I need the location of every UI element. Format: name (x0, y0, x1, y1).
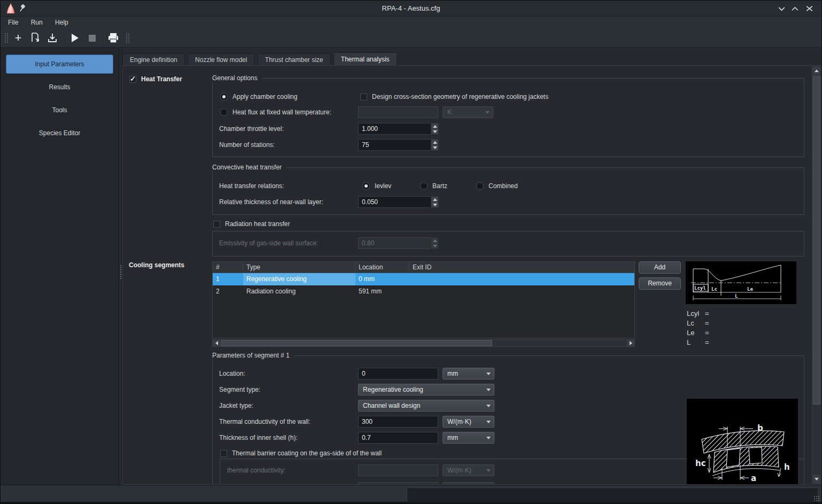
close-button[interactable] (805, 4, 814, 13)
design-cross-section-checkbox[interactable] (360, 94, 367, 100)
coating-toggle[interactable]: Thermal barrier coating on the gas-side … (220, 447, 382, 459)
col-exit-id[interactable]: Exit ID (409, 262, 634, 273)
minimize-button[interactable] (777, 4, 786, 13)
heat-flux-input[interactable] (358, 106, 438, 118)
apply-chamber-cooling-option[interactable]: Apply chamber cooling (220, 91, 297, 103)
sidebar-item-input-parameters[interactable]: Input Parameters (6, 55, 113, 74)
cell-type[interactable]: Regenerative cooling (243, 273, 355, 285)
menu-file[interactable]: File (3, 17, 24, 28)
cell-type[interactable]: Radiation cooling (243, 285, 355, 298)
save-button[interactable] (45, 31, 59, 45)
spin-down-button[interactable] (431, 243, 438, 249)
cell-location[interactable]: 591 mm (355, 285, 409, 298)
scroll-left-button[interactable] (213, 340, 220, 346)
toolbar-drag-handle[interactable] (126, 33, 129, 43)
maximize-button[interactable] (790, 4, 800, 13)
ievlev-radio[interactable] (362, 182, 370, 190)
spin-up-button[interactable] (431, 123, 438, 129)
conductivity-unit-value: W/(m·K) (447, 418, 471, 425)
vertical-scrollbar[interactable] (812, 66, 820, 484)
cell-exit-id[interactable] (409, 285, 634, 298)
hscroll-thumb[interactable] (221, 340, 492, 346)
segment-type-select[interactable]: Regenerative cooling (358, 384, 494, 396)
scroll-up-button[interactable] (813, 66, 820, 75)
relation-ievlev-option[interactable]: Ievlev (362, 180, 391, 192)
shell-unit-select[interactable]: mm (443, 432, 494, 444)
heat-flux-radio[interactable] (220, 108, 228, 116)
menu-run[interactable]: Run (26, 17, 48, 28)
stations-input[interactable] (358, 139, 431, 151)
coating-conductivity-input[interactable] (358, 464, 438, 476)
heat-transfer-toggle[interactable]: Heat Transfer (129, 73, 182, 85)
dim-le: Le= (687, 328, 709, 338)
combined-radio[interactable] (476, 182, 484, 190)
sidebar-item-species-editor[interactable]: Species Editor (6, 123, 113, 143)
tab-engine-definition[interactable]: Engine definition (122, 53, 185, 66)
conductivity-unit-select[interactable]: W/(m·K) (443, 416, 494, 428)
radiation-checkbox[interactable] (213, 221, 220, 228)
throttle-spinner[interactable] (431, 123, 439, 135)
emissivity-spinner[interactable] (431, 237, 439, 249)
throttle-input[interactable] (358, 123, 431, 135)
print-button[interactable] (106, 31, 120, 45)
heat-flux-option[interactable]: Heat flux at fixed wall temperature: (220, 106, 331, 118)
heat-transfer-checkbox[interactable] (129, 76, 136, 83)
col-type[interactable]: Type (243, 262, 355, 273)
bartz-radio[interactable] (420, 182, 428, 190)
coating-conductivity-unit-select[interactable]: W/(m·K) (443, 464, 494, 476)
run-button[interactable] (68, 31, 82, 45)
menu-help[interactable]: Help (50, 17, 74, 28)
conductivity-input[interactable] (358, 416, 438, 428)
title-bar[interactable]: RPA-4 - Aestus.cfg (1, 1, 821, 17)
remove-button[interactable]: Remove (639, 277, 681, 290)
spin-down-button[interactable] (431, 129, 438, 134)
spin-up-button[interactable] (431, 197, 438, 202)
near-wall-spinner[interactable] (431, 196, 439, 208)
add-button[interactable]: Add (639, 261, 681, 274)
spin-down-button[interactable] (431, 202, 438, 207)
relation-combined-option[interactable]: Combined (476, 180, 518, 192)
tab-thermal-analysis[interactable]: Thermal analysis (334, 52, 397, 66)
shell-input[interactable] (358, 432, 438, 444)
col-num[interactable]: # (213, 262, 243, 273)
relation-bartz-option[interactable]: Bartz (420, 180, 447, 192)
splitter-grip[interactable] (120, 265, 122, 280)
heat-flux-unit-select[interactable]: K (443, 106, 493, 118)
table-row[interactable]: 1 Regenerative cooling 0 mm (213, 273, 634, 285)
scroll-down-button[interactable] (813, 475, 820, 484)
jacket-type-select[interactable]: Channel wall design (358, 400, 494, 412)
cell-location[interactable]: 0 mm (355, 273, 409, 285)
open-file-icon (29, 32, 41, 44)
cell-num[interactable]: 2 (213, 285, 243, 298)
table-horizontal-scrollbar[interactable] (212, 339, 635, 347)
stations-spinner[interactable] (431, 139, 439, 151)
spin-up-button[interactable] (431, 139, 438, 145)
toolbar-drag-handle[interactable] (4, 33, 8, 43)
scroll-right-button[interactable] (627, 340, 634, 346)
coating-checkbox[interactable] (220, 450, 227, 457)
stop-icon (89, 35, 96, 42)
spin-up-button[interactable] (431, 238, 438, 243)
new-config-button[interactable]: + (11, 31, 25, 45)
cell-num[interactable]: 1 (213, 273, 243, 285)
cell-exit-id[interactable] (409, 273, 634, 285)
tab-nozzle-flow-model[interactable]: Nozzle flow model (188, 53, 254, 66)
design-cross-section-option[interactable]: Design cross-section geometry of regener… (360, 91, 548, 103)
location-unit-select[interactable]: mm (443, 368, 494, 379)
menu-bar: File Run Help (1, 17, 821, 28)
radiation-toggle[interactable]: Radiation heat transfer (213, 218, 290, 230)
sidebar-item-results[interactable]: Results (6, 77, 113, 97)
location-input[interactable] (358, 368, 438, 379)
resize-grip[interactable] (813, 495, 820, 502)
tab-thrust-chamber-size[interactable]: Thrust chamber size (258, 53, 331, 66)
apply-chamber-cooling-radio[interactable] (220, 93, 228, 100)
spin-down-button[interactable] (431, 145, 438, 150)
open-file-button[interactable] (28, 31, 42, 45)
col-location[interactable]: Location (355, 262, 409, 273)
vscroll-thumb[interactable] (813, 76, 820, 405)
sidebar-item-tools[interactable]: Tools (6, 100, 113, 120)
near-wall-input[interactable] (358, 196, 431, 208)
stop-button[interactable] (85, 31, 99, 45)
emissivity-input[interactable] (358, 237, 431, 249)
table-row[interactable]: 2 Radiation cooling 591 mm (213, 285, 634, 298)
